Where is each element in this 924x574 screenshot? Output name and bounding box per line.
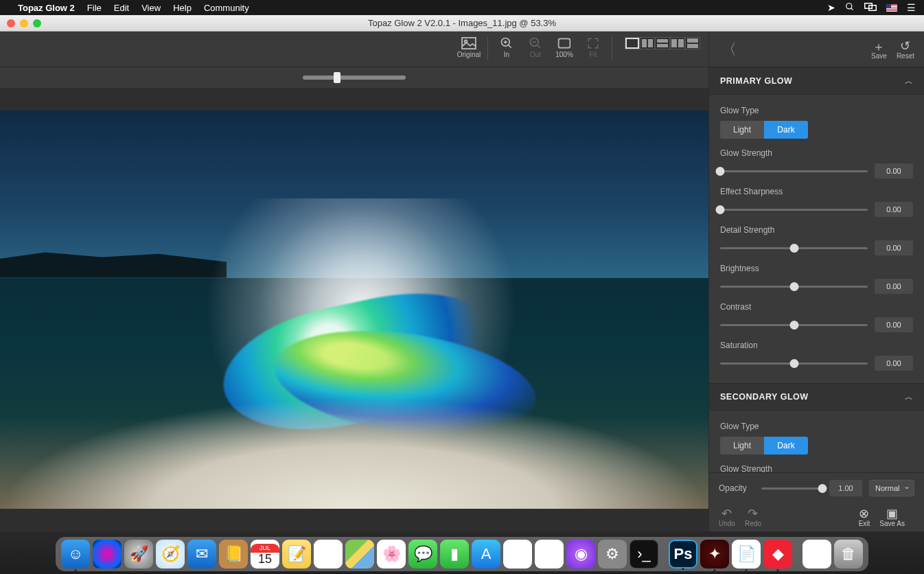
compare-split-h-button[interactable] xyxy=(655,37,670,49)
dock-app-icon[interactable]: ✦ xyxy=(700,540,729,569)
primary-slider-thumb[interactable] xyxy=(789,359,798,368)
image-icon xyxy=(461,36,476,51)
zoom-in-button[interactable]: In xyxy=(492,36,521,58)
reset-button[interactable]: ↺ Reset xyxy=(897,38,914,60)
zoom-in-label: In xyxy=(504,51,509,58)
dock-preferences-icon[interactable]: ⚙ xyxy=(598,540,627,569)
dock-messages-icon[interactable]: 💬 xyxy=(408,540,437,569)
image-canvas[interactable] xyxy=(0,88,708,531)
compare-stack-button[interactable] xyxy=(685,37,700,49)
dock-finder-icon[interactable]: ☺ xyxy=(61,540,90,569)
compare-side-button[interactable] xyxy=(670,37,685,49)
blend-mode-select[interactable]: Normal xyxy=(869,480,914,496)
dock-trash-icon[interactable]: 🗑 xyxy=(834,540,863,569)
window-titlebar: Topaz Glow 2 V2.0.1 - Images_11.jpg @ 53… xyxy=(0,15,924,32)
window-minimize-button[interactable] xyxy=(20,19,28,27)
dock-terminal-icon[interactable]: ›_ xyxy=(630,540,658,569)
dock-podcasts-icon[interactable]: ◉ xyxy=(566,540,595,569)
undo-button[interactable]: ↶Undo xyxy=(719,506,735,527)
svg-line-7 xyxy=(509,45,511,48)
primary-slider-track[interactable] xyxy=(720,286,868,288)
primary-slider-thumb[interactable] xyxy=(789,282,798,291)
input-source-flag-icon[interactable] xyxy=(886,4,897,12)
menu-list-icon[interactable]: ☰ xyxy=(907,2,916,13)
primary-dark-button[interactable]: Dark xyxy=(764,121,808,139)
primary-slider-thumb[interactable] xyxy=(716,167,725,176)
primary-slider-row: Effect Sharpness0.00 xyxy=(720,187,913,217)
svg-line-11 xyxy=(538,45,540,48)
zoom-fit-button[interactable]: Fit xyxy=(579,36,608,58)
primary-slider-value[interactable]: 0.00 xyxy=(875,279,913,294)
primary-slider-value[interactable]: 0.00 xyxy=(875,317,913,332)
primary-slider-track[interactable] xyxy=(720,209,868,211)
primary-light-button[interactable]: Light xyxy=(720,121,764,139)
primary-slider-row: Glow Strength0.00 xyxy=(720,148,913,179)
primary-slider-track[interactable] xyxy=(720,324,868,326)
opacity-slider-thumb[interactable] xyxy=(818,484,827,493)
menubar-community[interactable]: Community xyxy=(204,3,249,13)
secondary-light-button[interactable]: Light xyxy=(720,437,764,455)
window-close-button[interactable] xyxy=(7,19,15,27)
dock-notes-icon[interactable]: 📝 xyxy=(282,540,311,569)
dock-reminders-icon[interactable]: ☑ xyxy=(314,540,343,569)
dock-siri-icon[interactable] xyxy=(93,540,122,569)
primary-slider-thumb[interactable] xyxy=(789,321,798,330)
dock-photos-icon[interactable]: 🌸 xyxy=(377,540,406,569)
opacity-slider[interactable] xyxy=(761,487,822,490)
primary-slider-value[interactable]: 0.00 xyxy=(875,163,913,179)
primary-slider-row: Detail Strength0.00 xyxy=(720,225,913,255)
primary-slider-value[interactable]: 0.00 xyxy=(875,356,913,371)
spotlight-cursor-icon[interactable]: ➤ xyxy=(827,2,835,13)
dock-textedit-icon[interactable]: 📄 xyxy=(732,540,761,569)
menubar-help[interactable]: Help xyxy=(173,3,192,13)
zoom-slider-thumb[interactable] xyxy=(334,72,340,83)
dock-itunes-icon[interactable]: ♪ xyxy=(535,540,564,569)
secondary-dark-button[interactable]: Dark xyxy=(764,437,808,455)
primary-slider-thumb[interactable] xyxy=(716,205,725,214)
back-button[interactable]: 〈 xyxy=(719,36,739,62)
primary-slider-track[interactable] xyxy=(720,363,868,365)
dock-ruby-icon[interactable]: ◆ xyxy=(763,540,792,569)
save-button[interactable]: ＋ Save xyxy=(871,38,887,60)
dock-launchpad-icon[interactable]: 🚀 xyxy=(124,540,153,569)
dock-facetime-icon[interactable]: ▮ xyxy=(440,540,469,569)
menubar-file[interactable]: File xyxy=(87,3,102,13)
zoom-out-button[interactable]: Out xyxy=(521,36,550,58)
primary-slider-value[interactable]: 0.00 xyxy=(875,202,913,217)
opacity-value[interactable]: 1.00 xyxy=(829,480,862,496)
original-toggle-button[interactable]: Original xyxy=(454,36,483,58)
svg-rect-19 xyxy=(671,39,677,47)
panel-scroll[interactable]: PRIMARY GLOW ︿ Glow Type Light Dark Glow… xyxy=(709,67,924,472)
primary-slider-value[interactable]: 0.00 xyxy=(875,240,913,255)
menubar-app-name[interactable]: Topaz Glow 2 xyxy=(18,3,75,13)
menubar-view[interactable]: View xyxy=(141,3,161,13)
zoom-100-label: 100% xyxy=(555,51,573,58)
zoom-100-button[interactable]: 100% xyxy=(550,36,579,58)
window-maximize-button[interactable] xyxy=(33,19,41,27)
screen-share-icon[interactable] xyxy=(864,2,877,13)
primary-glow-header[interactable]: PRIMARY GLOW ︿ xyxy=(709,67,924,95)
dock-maps-icon[interactable] xyxy=(345,540,374,569)
secondary-glow-body: Glow Type Light Dark Glow Strength0.00Ef… xyxy=(709,411,924,472)
redo-button[interactable]: ↷Redo xyxy=(745,506,761,527)
compare-single-button[interactable] xyxy=(625,37,640,49)
primary-slider-track[interactable] xyxy=(720,247,868,249)
svg-rect-17 xyxy=(657,39,668,43)
dock-appstore-icon[interactable]: A xyxy=(472,540,500,569)
dock-contacts-icon[interactable]: 📒 xyxy=(219,540,248,569)
dock-calendar-icon[interactable]: JUL15 xyxy=(251,540,279,569)
dock-safari-icon[interactable]: 🧭 xyxy=(156,540,185,569)
dock-mail-icon[interactable]: ✉ xyxy=(187,540,216,569)
dock-downloads-icon[interactable]: ⬇ xyxy=(802,540,831,569)
primary-slider-track[interactable] xyxy=(720,170,868,172)
exit-button[interactable]: ⊗Exit xyxy=(859,506,870,527)
secondary-glow-header[interactable]: SECONDARY GLOW ︿ xyxy=(709,383,924,411)
menubar-edit[interactable]: Edit xyxy=(114,3,129,13)
compare-split-v-button[interactable] xyxy=(640,37,655,49)
save-as-button[interactable]: ▣Save As xyxy=(879,506,905,527)
search-icon[interactable] xyxy=(845,2,855,14)
zoom-slider[interactable] xyxy=(303,76,406,80)
dock-news-icon[interactable]: N xyxy=(503,540,532,569)
primary-slider-thumb[interactable] xyxy=(789,244,798,253)
dock-photoshop-icon[interactable]: Ps xyxy=(669,540,697,569)
